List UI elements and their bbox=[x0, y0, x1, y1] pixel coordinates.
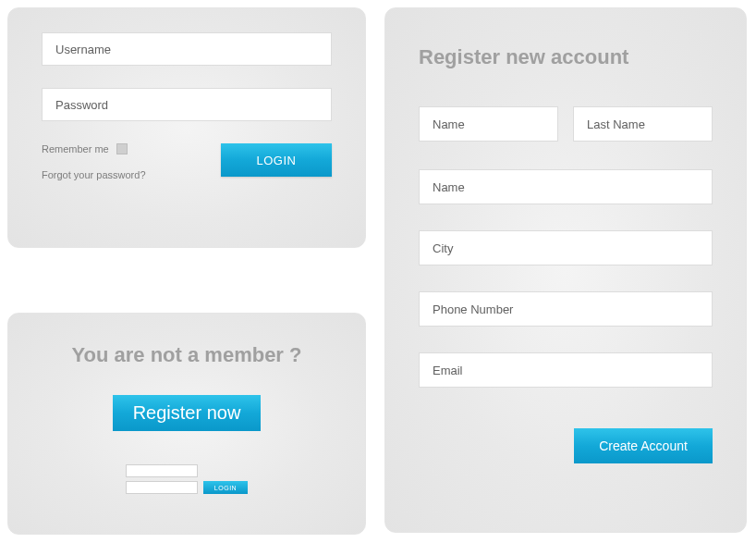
email-input[interactable] bbox=[419, 352, 713, 388]
phone-input[interactable] bbox=[419, 291, 713, 327]
not-member-card: You are not a member ? Register now LOGI… bbox=[7, 313, 366, 535]
mini-password-input[interactable] bbox=[126, 481, 198, 494]
register-now-button[interactable]: Register now bbox=[113, 395, 262, 431]
remember-me-checkbox[interactable] bbox=[116, 143, 128, 154]
mini-username-input[interactable] bbox=[126, 464, 198, 477]
create-account-button[interactable]: Create Account bbox=[574, 428, 713, 463]
register-title: Register new account bbox=[419, 45, 713, 69]
first-name-input[interactable] bbox=[419, 106, 558, 142]
remember-me-row: Remember me bbox=[42, 143, 146, 154]
city-input[interactable] bbox=[419, 230, 713, 265]
remember-me-label: Remember me bbox=[42, 143, 109, 154]
mini-login-button[interactable]: LOGIN bbox=[203, 481, 248, 494]
login-card: Remember me Forgot your password? LOGIN bbox=[7, 7, 366, 248]
username-input[interactable] bbox=[42, 32, 332, 66]
register-card: Register new account Create Account bbox=[384, 7, 747, 533]
not-member-title: You are not a member ? bbox=[30, 343, 343, 367]
forgot-password-link[interactable]: Forgot your password? bbox=[42, 169, 146, 180]
name-input[interactable] bbox=[419, 169, 713, 204]
password-input[interactable] bbox=[42, 88, 332, 121]
mini-login-row: LOGIN bbox=[30, 464, 343, 494]
last-name-input[interactable] bbox=[573, 106, 713, 142]
login-button[interactable]: LOGIN bbox=[221, 143, 332, 177]
